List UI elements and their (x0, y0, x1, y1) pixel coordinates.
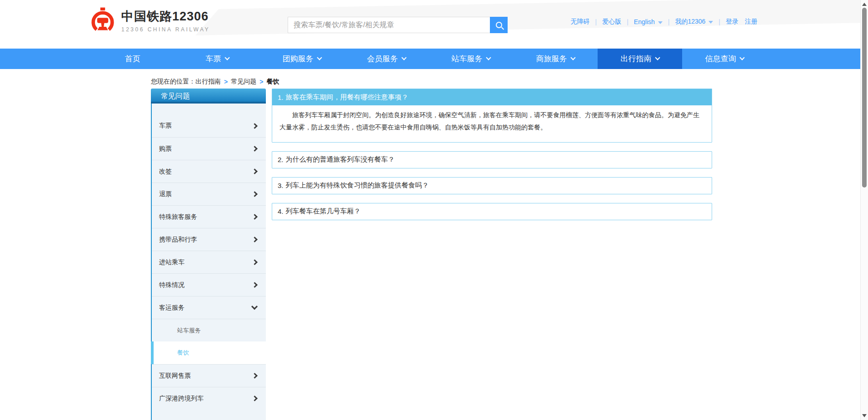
sidebar-item-special-passenger-services[interactable]: 特殊旅客服务 (152, 205, 266, 228)
scrollbar-thumb[interactable] (862, 8, 867, 188)
sidebar-item-refund[interactable]: 退票 (152, 183, 266, 205)
nav-item-info-query[interactable]: 信息查询 (682, 49, 767, 69)
sidebar-subitem-station-train-services[interactable]: 站车服务 (152, 319, 266, 341)
faq-main: 1. 旅客在乘车期间，用餐有哪些注意事项？ 旅客列车车厢属于封闭空间。为创造良好… (272, 89, 712, 229)
chevron-right-icon (252, 168, 258, 174)
main-nav: 首页 车票 团购服务 会员服务 站车服务 商旅服务 出行指南 信息查询 (0, 49, 868, 69)
breadcrumb-travel-guide[interactable]: 出行指南 (195, 78, 221, 86)
link-divider: | (595, 18, 597, 25)
content-area: 常见问题 车票 购票 改签 退票 特 (151, 89, 868, 420)
faq-answer-1: 旅客列车车厢属于封闭空间。为创造良好旅途环境，确保空气清新，旅客在乘车期间，请不… (272, 105, 712, 142)
chevron-right-icon (252, 373, 258, 379)
sidebar-item-station-boarding[interactable]: 进站乘车 (152, 251, 266, 273)
faq-title: 旅客在乘车期间，用餐有哪些注意事项？ (286, 93, 409, 102)
sidebar-subitem-dining-active[interactable]: 餐饮 (151, 341, 266, 364)
chevron-right-icon (252, 237, 258, 242)
chevron-down-icon (570, 55, 575, 60)
chevron-right-icon (252, 214, 258, 220)
chevron-right-icon (252, 123, 258, 129)
chevron-right-icon (252, 395, 258, 401)
sidebar-list: 车票 购票 改签 退票 特殊旅客服务 (151, 104, 266, 420)
chevron-down-icon (317, 55, 322, 60)
logo-text: 中国铁路12306 12306 CHINA RAILWAY (121, 8, 210, 33)
faq-item-4: 4. 列车餐车在第几号车厢？ (272, 203, 712, 220)
sidebar-item-internet-ticketing[interactable]: 互联网售票 (152, 364, 266, 387)
breadcrumb-faq[interactable]: 常见问题 (231, 78, 256, 86)
register-link[interactable]: 注册 (745, 18, 758, 26)
accessibility-link[interactable]: 无障碍 (571, 18, 590, 26)
chevron-down-icon (708, 21, 713, 24)
faq-title: 列车上能为有特殊饮食习惯的旅客提供餐食吗？ (286, 181, 429, 190)
nav-item-member-services[interactable]: 会员服务 (344, 49, 429, 69)
faq-item-2: 2. 为什么有的普通旅客列车没有餐车？ (272, 151, 712, 168)
faq-question-4[interactable]: 4. 列车餐车在第几号车厢？ (272, 203, 712, 220)
faq-question-3[interactable]: 3. 列车上能为有特殊饮食习惯的旅客提供餐食吗？ (272, 178, 712, 194)
logo-title: 中国铁路12306 (121, 8, 210, 25)
faq-question-2[interactable]: 2. 为什么有的普通旅客列车没有餐车？ (272, 152, 712, 168)
chevron-down-icon (655, 55, 660, 60)
link-divider: | (718, 18, 720, 25)
faq-item-1: 1. 旅客在乘车期间，用餐有哪些注意事项？ 旅客列车车厢属于封闭空间。为创造良好… (272, 89, 712, 143)
chevron-down-icon (658, 21, 663, 24)
sidebar-item-rebooking[interactable]: 改签 (152, 160, 266, 183)
vertical-scrollbar[interactable] (860, 0, 868, 420)
scroll-down-arrow-icon[interactable] (862, 414, 867, 417)
login-link[interactable]: 登录 (726, 18, 738, 26)
link-divider: | (668, 18, 670, 25)
china-railway-logo-icon (90, 7, 116, 34)
sidebar-item-gz-sz-hk-cross-border-trains[interactable]: 广深港跨境列车 (152, 387, 266, 410)
logo-subtitle: 12306 CHINA RAILWAY (121, 26, 210, 33)
sidebar-item-special-situations[interactable]: 特殊情况 (152, 273, 266, 296)
sidebar-item-tickets[interactable]: 车票 (152, 114, 266, 137)
sidebar-item-carried-items-luggage[interactable]: 携带品和行李 (152, 228, 266, 251)
chevron-right-icon (252, 282, 258, 288)
sidebar-item-ticket-purchase[interactable]: 购票 (152, 137, 266, 160)
breadcrumb-separator: > (259, 78, 263, 85)
faq-number: 3. (278, 182, 284, 189)
nav-item-travel-guide[interactable]: 出行指南 (598, 49, 682, 69)
chevron-down-icon (224, 55, 229, 60)
faq-item-3: 3. 列车上能为有特殊饮食习惯的旅客提供餐食吗？ (272, 177, 712, 194)
link-divider: | (627, 18, 629, 25)
faq-question-1[interactable]: 1. 旅客在乘车期间，用餐有哪些注意事项？ (272, 89, 712, 105)
nav-item-tickets[interactable]: 车票 (175, 49, 259, 69)
chevron-down-icon (739, 55, 744, 60)
language-select[interactable]: English (634, 18, 663, 25)
faq-number: 1. (278, 94, 284, 101)
site-logo[interactable]: 中国铁路12306 12306 CHINA RAILWAY (90, 7, 210, 34)
search-button[interactable] (490, 17, 508, 33)
search-bar (288, 17, 508, 33)
nav-item-station-train-services[interactable]: 站车服务 (429, 49, 513, 69)
care-version-link[interactable]: 爱心版 (602, 18, 621, 26)
nav-item-home[interactable]: 首页 (90, 49, 175, 69)
chevron-down-icon (251, 303, 258, 310)
my-12306-menu[interactable]: 我的12306 (675, 18, 713, 26)
chevron-down-icon (486, 55, 491, 60)
breadcrumb-separator: > (224, 78, 228, 85)
chevron-right-icon (252, 259, 258, 265)
chevron-down-icon (401, 55, 406, 60)
nav-item-business-travel[interactable]: 商旅服务 (513, 49, 598, 69)
site-header: 中国铁路12306 12306 CHINA RAILWAY 无障碍 | 爱心版 … (0, 0, 868, 49)
utility-links: 无障碍 | 爱心版 | English | 我的12306 | 登录 注册 (571, 18, 758, 26)
breadcrumb-prefix: 您现在的位置： (151, 78, 195, 86)
faq-number: 4. (278, 208, 284, 215)
nav-item-group-services[interactable]: 团购服务 (259, 49, 344, 69)
chevron-right-icon (252, 146, 258, 152)
page: 中国铁路12306 12306 CHINA RAILWAY 无障碍 | 爱心版 … (0, 0, 868, 420)
search-input[interactable] (288, 17, 490, 33)
chevron-right-icon (252, 191, 258, 197)
breadcrumb: 您现在的位置： 出行指南 > 常见问题 > 餐饮 (151, 75, 868, 89)
scroll-up-arrow-icon[interactable] (862, 3, 867, 6)
faq-title: 为什么有的普通旅客列车没有餐车？ (286, 155, 395, 164)
faq-number: 2. (278, 156, 284, 163)
search-icon (496, 22, 502, 28)
faq-sidebar: 常见问题 车票 购票 改签 退票 特 (151, 89, 266, 420)
sidebar-item-passenger-services-expanded[interactable]: 客运服务 (152, 296, 266, 319)
sidebar-title: 常见问题 (151, 89, 266, 104)
breadcrumb-current-dining: 餐饮 (266, 78, 279, 86)
faq-title: 列车餐车在第几号车厢？ (286, 207, 361, 216)
